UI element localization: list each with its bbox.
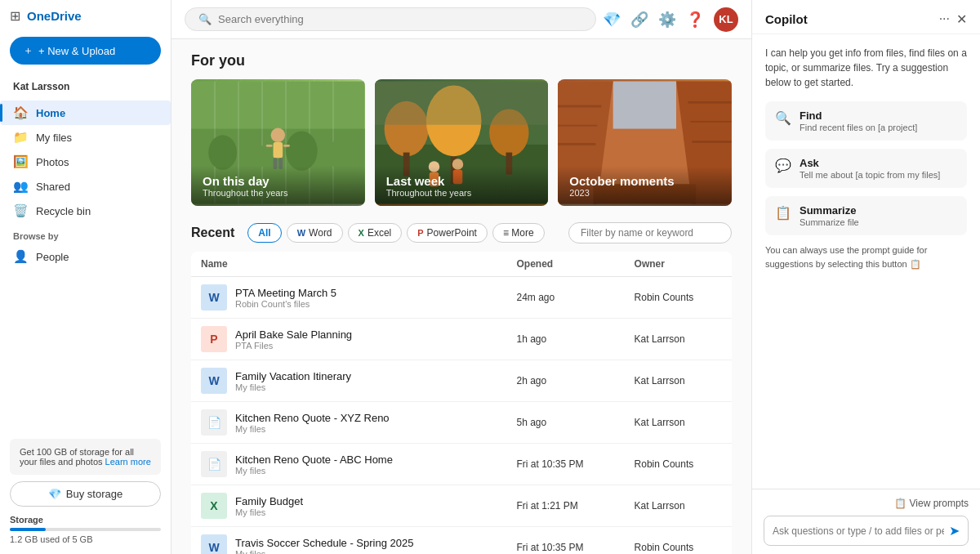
sidebar-item-photos[interactable]: 🖼️ Photos (0, 150, 171, 174)
file-opened-0: 24m ago (507, 277, 625, 319)
file-name-cell-4: 📄 Kitchen Reno Quote - ABC Home My files (191, 444, 507, 485)
photo-card-october-moments-sub: 2023 (569, 188, 720, 198)
file-name-cell-5: X Family Budget My files (191, 485, 507, 527)
storage-label: Storage (10, 515, 161, 525)
photo-card-last-week-sub: Throughout the years (386, 188, 537, 198)
copilot-panel: Copilot ··· ✕ I can help you get info fr… (751, 0, 980, 554)
file-opened-4: Fri at 10:35 PM (507, 444, 625, 485)
premium-icon[interactable]: 💎 (603, 11, 621, 29)
file-opened-6: Fri at 10:35 PM (507, 527, 625, 555)
table-row[interactable]: W Family Vacation Itinerary My files 2h … (191, 360, 732, 402)
user-section: Kat Larsson (0, 74, 171, 101)
file-name-cell-0: W PTA Meeting March 5 Robin Count's file… (191, 277, 507, 319)
view-prompts-button[interactable]: 📋 View prompts (764, 498, 969, 509)
photo-card-last-week[interactable]: Last week Throughout the years (375, 79, 549, 206)
new-upload-button[interactable]: ＋ + New & Upload (10, 37, 161, 65)
files-table-header: Name Opened Owner (191, 252, 732, 277)
copilot-input[interactable] (773, 525, 944, 537)
find-desc: Find recent files on [a project] (800, 123, 917, 132)
photo-card-on-this-day-sub: Throughout the years (203, 188, 354, 198)
sidebar-item-recycle-bin[interactable]: 🗑️ Recycle bin (0, 199, 171, 223)
table-row[interactable]: X Family Budget My files Fri at 1:21 PM … (191, 485, 732, 527)
sidebar-item-people-label: People (36, 251, 69, 263)
copilot-suggestion-ask[interactable]: 💬 Ask Tell me about [a topic from my fil… (765, 149, 967, 188)
file-icon-0: W (201, 284, 227, 311)
file-location-3: My files (235, 424, 390, 434)
copilot-header: Copilot ··· ✕ (752, 0, 980, 34)
learn-more-link[interactable]: Learn more (105, 457, 151, 467)
recent-header: Recent All W Word X Excel P (191, 222, 732, 243)
plus-icon: ＋ (23, 43, 33, 58)
file-icon-1: P (201, 326, 227, 352)
table-row[interactable]: 📄 Kitchen Reno Quote - XYZ Reno My files… (191, 402, 732, 444)
find-title: Find (800, 109, 917, 122)
copilot-close-icon[interactable]: ✕ (956, 11, 967, 27)
file-icon-3: 📄 (201, 409, 227, 436)
sidebar-item-home[interactable]: 🏠 Home (0, 101, 171, 125)
send-icon[interactable]: ➤ (949, 523, 960, 538)
main-inner: For you (172, 39, 751, 554)
sidebar-item-people[interactable]: 👤 People (0, 244, 171, 269)
prompts-icon: 📋 (894, 498, 906, 509)
copilot-intro: I can help you get info from files, find… (765, 46, 967, 90)
file-icon-2: W (201, 368, 227, 394)
buy-storage-button[interactable]: 💎 Buy storage (10, 481, 161, 507)
copilot-more-icon[interactable]: ··· (939, 11, 950, 27)
sidebar-item-photos-label: Photos (36, 156, 69, 168)
sidebar-item-shared[interactable]: 👥 Shared (0, 174, 171, 199)
summarize-icon: 📋 (775, 205, 791, 221)
file-name-4: Kitchen Reno Quote - ABC Home (235, 453, 393, 466)
file-name-5: Family Budget (235, 495, 303, 507)
storage-usage-text: 1.2 GB used of 5 GB (10, 534, 161, 544)
recent-title: Recent (191, 226, 234, 240)
share-link-icon[interactable]: 🔗 (630, 11, 648, 29)
file-location-4: My files (235, 466, 393, 476)
settings-icon[interactable]: ⚙️ (658, 11, 676, 29)
table-row[interactable]: W PTA Meeting March 5 Robin Count's file… (191, 277, 732, 319)
table-row[interactable]: W Travis Soccer Schedule - Spring 2025 M… (191, 527, 732, 555)
file-name-cell-3: 📄 Kitchen Reno Quote - XYZ Reno My files (191, 402, 507, 444)
file-owner-3: Kat Larrson (625, 402, 732, 444)
copilot-suggestion-find[interactable]: 🔍 Find Find recent files on [a project] (765, 101, 967, 141)
copilot-input-row: ➤ (764, 516, 969, 546)
sidebar-footer: Get 100 GB of storage for all your files… (0, 429, 171, 554)
file-opened-2: 2h ago (507, 360, 625, 402)
storage-promo: Get 100 GB of storage for all your files… (10, 439, 161, 475)
col-name: Name (191, 252, 507, 277)
file-name-cell-6: W Travis Soccer Schedule - Spring 2025 M… (191, 527, 507, 555)
search-bar[interactable]: 🔍 (185, 7, 596, 31)
file-location-0: Robin Count's files (235, 299, 336, 309)
grid-icon[interactable]: ⊞ (10, 8, 20, 24)
photo-card-on-this-day[interactable]: On this day Throughout the years (191, 79, 365, 206)
filter-pill-excel[interactable]: X Excel (348, 223, 403, 243)
word-icon: W (297, 228, 305, 238)
photo-card-october-moments[interactable]: October moments 2023 (558, 79, 732, 206)
filter-input[interactable] (568, 222, 732, 243)
topbar: 🔍 💎 🔗 ⚙️ ❓ KL (172, 0, 751, 39)
help-icon[interactable]: ❓ (686, 11, 704, 29)
user-name: Kat Larsson (13, 81, 158, 92)
file-name-2: Family Vacation Itinerary (235, 370, 351, 382)
photo-card-october-moments-title: October moments (569, 174, 720, 188)
search-input[interactable] (218, 13, 582, 25)
files-table-body: W PTA Meeting March 5 Robin Count's file… (191, 277, 732, 555)
find-icon: 🔍 (775, 110, 791, 126)
filter-pill-word[interactable]: W Word (287, 223, 343, 243)
diamond-icon: 💎 (48, 488, 61, 500)
filter-pill-powerpoint[interactable]: P PowerPoint (407, 223, 488, 243)
sidebar-item-my-files-label: My files (36, 132, 72, 144)
suggestion-text-find: Find Find recent files on [a project] (800, 109, 917, 132)
copilot-suggestion-summarize[interactable]: 📋 Summarize Summarize file (765, 196, 967, 235)
copilot-note: You can always use the prompt guide for … (765, 243, 967, 270)
filter-pill-all[interactable]: All (247, 223, 281, 243)
avatar[interactable]: KL (714, 7, 738, 32)
file-name-6: Travis Soccer Schedule - Spring 2025 (235, 537, 413, 549)
photo-card-last-week-overlay: Last week Throughout the years (375, 166, 549, 206)
filter-pill-more[interactable]: ≡ More (492, 223, 545, 243)
table-row[interactable]: P April Bake Sale Planning PTA Files 1h … (191, 319, 732, 360)
photo-card-october-moments-overlay: October moments 2023 (558, 166, 732, 206)
sidebar-item-my-files[interactable]: 📁 My files (0, 125, 171, 150)
table-row[interactable]: 📄 Kitchen Reno Quote - ABC Home My files… (191, 444, 732, 485)
for-you-title: For you (191, 52, 732, 69)
folder-icon: 📁 (13, 130, 28, 145)
